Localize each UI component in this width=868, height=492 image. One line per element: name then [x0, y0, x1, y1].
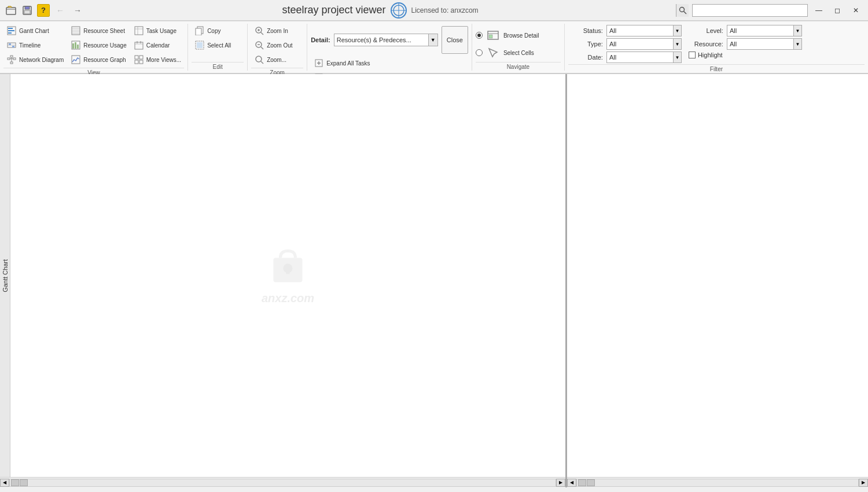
calendar-label: Calendar [146, 42, 170, 49]
svg-rect-48 [197, 42, 203, 48]
open-icon[interactable] [5, 4, 17, 17]
svg-rect-2 [25, 6, 30, 9]
timeline-label: Timeline [19, 42, 41, 49]
scroll-right-button[interactable]: ▶ [556, 479, 565, 487]
select-all-button[interactable]: Select All [192, 38, 244, 52]
zoom-icon [254, 54, 264, 65]
back-button[interactable]: ← [53, 5, 67, 16]
view-col-1: Gantt Chart Timeline Network Diagram [3, 24, 67, 67]
side-tab[interactable]: Gantt Chart [0, 74, 10, 477]
date-dropdown[interactable]: All ▼ [606, 52, 682, 63]
level-dropdown-arrow[interactable]: ▼ [793, 25, 801, 36]
level-label: Level: [689, 27, 723, 34]
help-label: ? [41, 6, 46, 14]
date-dropdown-arrow[interactable]: ▼ [673, 52, 681, 63]
detail-label: Detail: [311, 36, 330, 43]
scroll-right-left-button[interactable]: ◀ [567, 479, 576, 487]
resource-dropdown[interactable]: All ▼ [727, 38, 802, 50]
svg-rect-68 [286, 269, 290, 274]
licensed-text: Licensed to: anxzcom [411, 6, 479, 14]
scroll-right-right-button[interactable]: ▶ [859, 479, 868, 487]
task-usage-button[interactable]: Task Usage [131, 24, 184, 38]
gantt-chart-button[interactable]: Gantt Chart [3, 24, 67, 38]
scroll-page-right-next[interactable] [587, 479, 595, 486]
zoom-button[interactable]: Zoom... [251, 53, 303, 67]
svg-rect-18 [8, 58, 10, 60]
resource-usage-button[interactable]: Resource Usage [68, 38, 129, 52]
highlight-row: Highlight [689, 52, 802, 58]
zoom-group-items: Zoom In Zoom Out Zoom... [251, 24, 303, 67]
scroll-page-prev[interactable] [11, 479, 19, 486]
forward-button[interactable]: → [71, 5, 84, 16]
svg-rect-19 [13, 58, 16, 60]
expand-all-icon [314, 58, 324, 68]
resource-sheet-button[interactable]: Resource Sheet [68, 24, 129, 38]
detail-dropdown-arrow[interactable]: ▼ [428, 34, 437, 46]
side-tab-label: Gantt Chart [2, 259, 9, 292]
zoom-group: Zoom In Zoom Out Zoom... [248, 24, 307, 71]
svg-rect-13 [8, 32, 12, 34]
type-dropdown[interactable]: All ▼ [606, 38, 682, 50]
title-bar-right: — ◻ ✕ [676, 4, 863, 17]
svg-line-50 [261, 32, 263, 35]
browse-detail-row: Browse Detail [476, 28, 539, 42]
calendar-button[interactable]: Calendar [131, 38, 184, 52]
filter-group-label: Filter [568, 64, 865, 73]
status-dropdown[interactable]: All ▼ [606, 25, 682, 36]
resource-graph-button[interactable]: Resource Graph [68, 53, 129, 67]
copy-icon [194, 25, 205, 36]
status-dropdown-arrow[interactable]: ▼ [673, 25, 681, 36]
restore-button[interactable]: ◻ [830, 5, 845, 16]
copy-button[interactable]: Copy [192, 24, 244, 38]
navigate-group: Browse Detail Select Cells Navigate [472, 24, 565, 71]
zoom-in-button[interactable]: Zoom In [251, 24, 303, 38]
navigate-group-items: Browse Detail Select Cells [476, 24, 561, 61]
svg-rect-0 [6, 8, 16, 14]
gantt-chart-icon [6, 25, 17, 36]
svg-rect-16 [9, 43, 11, 45]
scroll-left-button[interactable]: ◀ [0, 479, 9, 487]
view-group: Gantt Chart Timeline Network Diagram [0, 24, 188, 71]
save-icon[interactable] [21, 4, 34, 17]
svg-rect-30 [72, 43, 74, 49]
detail-dropdown[interactable]: Resource(s) & Predeces... ▼ [334, 34, 438, 46]
scroll-page-right-prev[interactable] [578, 479, 586, 486]
expand-all-button[interactable]: Expand All Tasks [311, 56, 376, 70]
network-diagram-label: Network Diagram [19, 57, 64, 63]
select-cells-row: Select Cells [476, 46, 534, 60]
close-window-button[interactable]: ✕ [848, 5, 863, 16]
zoom-out-button[interactable]: Zoom Out [251, 38, 303, 52]
svg-rect-21 [10, 62, 13, 64]
scroll-track-right[interactable] [576, 479, 859, 487]
select-cells-radio[interactable] [476, 49, 483, 56]
close-button[interactable]: Close [442, 26, 468, 54]
resource-dropdown-arrow[interactable]: ▼ [793, 39, 801, 49]
zoom-in-label: Zoom In [267, 28, 288, 34]
search-box[interactable] [692, 4, 808, 17]
app-logo-icon [391, 2, 407, 19]
scroll-track-left[interactable] [9, 479, 556, 487]
scroll-pages-right [578, 479, 595, 486]
resource-graph-icon [71, 54, 81, 65]
status-filter-row: Status: All ▼ [568, 25, 682, 36]
browse-detail-radio[interactable] [476, 32, 483, 39]
scroll-page-next[interactable] [20, 479, 28, 486]
main-area: Gantt Chart anxz.com [0, 74, 868, 477]
svg-rect-3 [24, 10, 30, 14]
bottom-scrollbar-right: ◀ ▶ [567, 477, 868, 487]
search-input[interactable] [693, 7, 794, 14]
minimize-button[interactable]: — [811, 5, 826, 16]
title-bar: ? ← → steelray project viewer Licensed t… [0, 0, 868, 21]
search-toggle[interactable] [676, 4, 689, 17]
horizontal-scrollbar-left: ◀ ▶ [0, 477, 565, 487]
level-dropdown[interactable]: All ▼ [727, 25, 802, 36]
expand-all-label: Expand All Tasks [326, 60, 370, 67]
timeline-button[interactable]: Timeline [3, 38, 67, 52]
more-views-button[interactable]: More Views... [131, 53, 184, 67]
svg-rect-20 [10, 56, 13, 57]
highlight-checkbox[interactable] [689, 52, 696, 58]
svg-rect-43 [135, 60, 138, 64]
help-icon[interactable]: ? [37, 4, 50, 17]
network-diagram-button[interactable]: Network Diagram [3, 53, 67, 67]
type-dropdown-arrow[interactable]: ▼ [673, 39, 681, 49]
